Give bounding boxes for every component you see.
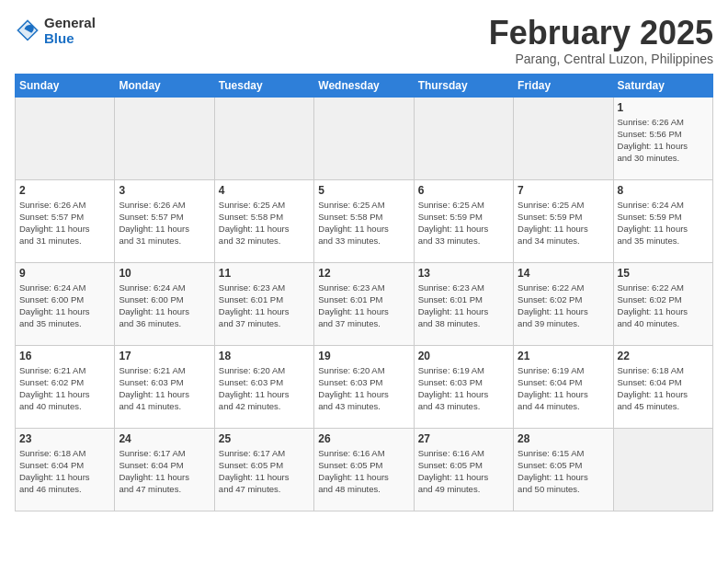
- day-number: 8: [618, 184, 709, 197]
- calendar-cell: 6Sunrise: 6:25 AM Sunset: 5:59 PM Daylig…: [414, 179, 513, 262]
- day-number: 24: [119, 432, 210, 445]
- day-info: Sunrise: 6:26 AM Sunset: 5:56 PM Dayligh…: [618, 116, 709, 165]
- column-header-monday: Monday: [115, 74, 214, 97]
- calendar-cell: [16, 97, 115, 179]
- calendar-cell: 3Sunrise: 6:26 AM Sunset: 5:57 PM Daylig…: [115, 179, 214, 262]
- day-number: 3: [119, 184, 210, 197]
- day-number: 23: [19, 432, 110, 445]
- day-info: Sunrise: 6:24 AM Sunset: 5:59 PM Dayligh…: [618, 199, 709, 247]
- calendar-table: SundayMondayTuesdayWednesdayThursdayFrid…: [15, 74, 713, 511]
- day-info: Sunrise: 6:19 AM Sunset: 6:04 PM Dayligh…: [518, 364, 609, 413]
- day-number: 18: [219, 350, 310, 362]
- day-info: Sunrise: 6:21 AM Sunset: 6:02 PM Dayligh…: [19, 364, 110, 413]
- location-subtitle: Parang, Central Luzon, Philippines: [489, 52, 713, 66]
- day-number: 10: [119, 267, 210, 280]
- day-info: Sunrise: 6:17 AM Sunset: 6:04 PM Dayligh…: [119, 447, 210, 496]
- day-info: Sunrise: 6:25 AM Sunset: 5:59 PM Dayligh…: [418, 199, 509, 247]
- title-block: February 2025 Parang, Central Luzon, Phi…: [489, 15, 713, 66]
- calendar-cell: [414, 97, 513, 179]
- day-number: 12: [318, 267, 409, 280]
- calendar-cell: 26Sunrise: 6:16 AM Sunset: 6:05 PM Dayli…: [314, 428, 414, 511]
- page-header: General Blue February 2025 Parang, Centr…: [15, 15, 713, 66]
- calendar-cell: 19Sunrise: 6:20 AM Sunset: 6:03 PM Dayli…: [314, 345, 414, 428]
- day-info: Sunrise: 6:19 AM Sunset: 6:03 PM Dayligh…: [418, 364, 509, 413]
- day-number: 15: [618, 267, 709, 280]
- calendar-week-row: 23Sunrise: 6:18 AM Sunset: 6:04 PM Dayli…: [16, 428, 713, 511]
- calendar-cell: 28Sunrise: 6:15 AM Sunset: 6:05 PM Dayli…: [514, 428, 613, 511]
- calendar-cell: 27Sunrise: 6:16 AM Sunset: 6:05 PM Dayli…: [414, 428, 513, 511]
- calendar-cell: 14Sunrise: 6:22 AM Sunset: 6:02 PM Dayli…: [514, 262, 613, 345]
- day-number: 20: [418, 350, 509, 362]
- calendar-cell: 11Sunrise: 6:23 AM Sunset: 6:01 PM Dayli…: [214, 262, 313, 345]
- calendar-header-row: SundayMondayTuesdayWednesdayThursdayFrid…: [16, 74, 713, 97]
- day-number: 1: [618, 101, 709, 114]
- day-info: Sunrise: 6:16 AM Sunset: 6:05 PM Dayligh…: [418, 447, 509, 496]
- logo-text: General Blue: [44, 15, 96, 47]
- day-info: Sunrise: 6:23 AM Sunset: 6:01 PM Dayligh…: [318, 282, 409, 330]
- day-number: 19: [318, 350, 409, 362]
- day-number: 28: [518, 432, 609, 445]
- calendar-cell: 15Sunrise: 6:22 AM Sunset: 6:02 PM Dayli…: [613, 262, 712, 345]
- calendar-cell: 2Sunrise: 6:26 AM Sunset: 5:57 PM Daylig…: [16, 179, 115, 262]
- calendar-cell: 4Sunrise: 6:25 AM Sunset: 5:58 PM Daylig…: [214, 179, 313, 262]
- day-number: 22: [618, 350, 709, 362]
- day-number: 25: [219, 432, 310, 445]
- calendar-cell: 7Sunrise: 6:25 AM Sunset: 5:59 PM Daylig…: [514, 179, 613, 262]
- column-header-thursday: Thursday: [414, 74, 513, 97]
- calendar-cell: 18Sunrise: 6:20 AM Sunset: 6:03 PM Dayli…: [214, 345, 313, 428]
- day-info: Sunrise: 6:24 AM Sunset: 6:00 PM Dayligh…: [19, 282, 110, 330]
- day-number: 26: [318, 432, 409, 445]
- day-info: Sunrise: 6:18 AM Sunset: 6:04 PM Dayligh…: [618, 364, 709, 413]
- calendar-cell: 1Sunrise: 6:26 AM Sunset: 5:56 PM Daylig…: [613, 97, 712, 179]
- day-number: 14: [518, 267, 609, 280]
- day-number: 9: [19, 267, 110, 280]
- day-number: 16: [19, 350, 110, 362]
- calendar-cell: 10Sunrise: 6:24 AM Sunset: 6:00 PM Dayli…: [115, 262, 214, 345]
- day-info: Sunrise: 6:23 AM Sunset: 6:01 PM Dayligh…: [418, 282, 509, 330]
- day-number: 21: [518, 350, 609, 362]
- day-number: 27: [418, 432, 509, 445]
- calendar-cell: [115, 97, 214, 179]
- calendar-cell: 20Sunrise: 6:19 AM Sunset: 6:03 PM Dayli…: [414, 345, 513, 428]
- day-number: 2: [19, 184, 110, 197]
- day-number: 4: [219, 184, 310, 197]
- day-number: 17: [119, 350, 210, 362]
- day-info: Sunrise: 6:15 AM Sunset: 6:05 PM Dayligh…: [518, 447, 609, 496]
- day-info: Sunrise: 6:16 AM Sunset: 6:05 PM Dayligh…: [318, 447, 409, 496]
- calendar-week-row: 1Sunrise: 6:26 AM Sunset: 5:56 PM Daylig…: [16, 97, 713, 179]
- day-info: Sunrise: 6:18 AM Sunset: 6:04 PM Dayligh…: [19, 447, 110, 496]
- calendar-week-row: 16Sunrise: 6:21 AM Sunset: 6:02 PM Dayli…: [16, 345, 713, 428]
- logo-general: General: [44, 15, 96, 30]
- calendar-cell: 25Sunrise: 6:17 AM Sunset: 6:05 PM Dayli…: [214, 428, 313, 511]
- calendar-cell: [214, 97, 313, 179]
- day-info: Sunrise: 6:20 AM Sunset: 6:03 PM Dayligh…: [318, 364, 409, 413]
- column-header-friday: Friday: [514, 74, 613, 97]
- day-info: Sunrise: 6:25 AM Sunset: 5:59 PM Dayligh…: [518, 199, 609, 247]
- column-header-sunday: Sunday: [16, 74, 115, 97]
- day-info: Sunrise: 6:17 AM Sunset: 6:05 PM Dayligh…: [219, 447, 310, 496]
- day-info: Sunrise: 6:26 AM Sunset: 5:57 PM Dayligh…: [19, 199, 110, 247]
- calendar-cell: 9Sunrise: 6:24 AM Sunset: 6:00 PM Daylig…: [16, 262, 115, 345]
- day-info: Sunrise: 6:26 AM Sunset: 5:57 PM Dayligh…: [119, 199, 210, 247]
- logo-blue: Blue: [44, 30, 74, 46]
- logo: General Blue: [15, 15, 96, 47]
- day-info: Sunrise: 6:23 AM Sunset: 6:01 PM Dayligh…: [219, 282, 310, 330]
- day-number: 7: [518, 184, 609, 197]
- calendar-cell: 13Sunrise: 6:23 AM Sunset: 6:01 PM Dayli…: [414, 262, 513, 345]
- calendar-cell: 16Sunrise: 6:21 AM Sunset: 6:02 PM Dayli…: [16, 345, 115, 428]
- day-number: 11: [219, 267, 310, 280]
- month-year-title: February 2025: [489, 15, 713, 52]
- day-info: Sunrise: 6:25 AM Sunset: 5:58 PM Dayligh…: [318, 199, 409, 247]
- column-header-wednesday: Wednesday: [314, 74, 414, 97]
- calendar-cell: 17Sunrise: 6:21 AM Sunset: 6:03 PM Dayli…: [115, 345, 214, 428]
- day-info: Sunrise: 6:22 AM Sunset: 6:02 PM Dayligh…: [618, 282, 709, 330]
- calendar-cell: [514, 97, 613, 179]
- calendar-cell: [314, 97, 414, 179]
- calendar-cell: 21Sunrise: 6:19 AM Sunset: 6:04 PM Dayli…: [514, 345, 613, 428]
- day-info: Sunrise: 6:25 AM Sunset: 5:58 PM Dayligh…: [219, 199, 310, 247]
- calendar-cell: [613, 428, 712, 511]
- day-number: 6: [418, 184, 509, 197]
- column-header-tuesday: Tuesday: [214, 74, 313, 97]
- calendar-cell: 24Sunrise: 6:17 AM Sunset: 6:04 PM Dayli…: [115, 428, 214, 511]
- calendar-week-row: 9Sunrise: 6:24 AM Sunset: 6:00 PM Daylig…: [16, 262, 713, 345]
